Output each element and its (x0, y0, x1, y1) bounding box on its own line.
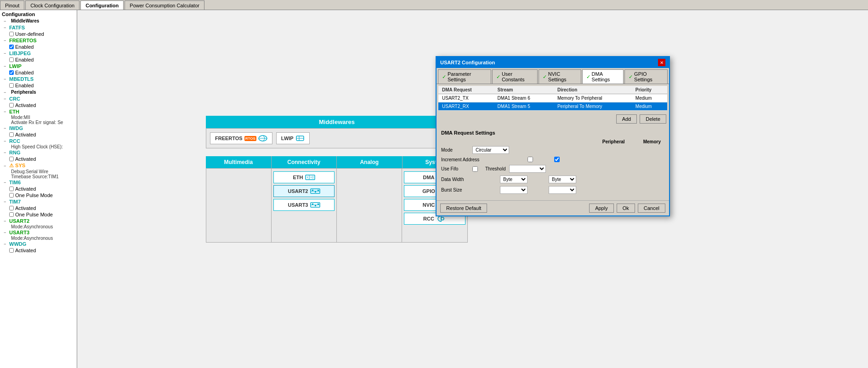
ok-cancel-group: Apply Ok Cancel (589, 204, 665, 213)
dma-table: DMA Request Stream Direction Priority US… (438, 86, 667, 111)
tab-power-calc[interactable]: Power Consumption Calculator (125, 0, 204, 10)
tab-clock-config[interactable]: Clock Configuration (25, 0, 79, 10)
ok-button[interactable]: Ok (617, 204, 635, 213)
tab-gpio-settings[interactable]: ✓ GPIO Settings (624, 69, 668, 84)
sidebar-item-iwdg[interactable]: − IWDG (0, 125, 77, 131)
svg-rect-12 (312, 190, 313, 191)
sidebar-item-rng[interactable]: − RNG (0, 149, 77, 156)
dma-settings-title: DMA Request Settings (441, 130, 664, 136)
threshold-select[interactable] (509, 165, 546, 173)
wwdg-collapse-icon[interactable]: − (4, 242, 8, 246)
mbedtls-enabled-checkbox[interactable] (9, 83, 14, 88)
svg-rect-18 (315, 205, 316, 206)
sidebar-item-lwip[interactable]: − LWIP (0, 63, 77, 69)
eth-collapse-icon[interactable]: − (4, 109, 8, 114)
sidebar-item-rcc[interactable]: − RCC (0, 138, 77, 144)
eth-mode: Mode:MII (0, 115, 77, 120)
mode-select[interactable]: Circular Normal (472, 146, 509, 154)
center-area: Middlewares FREERTOS RTOS LWIP (77, 10, 868, 368)
mbedtls-collapse-icon[interactable]: − (4, 77, 8, 81)
freertos-btn[interactable]: FREERTOS RTOS (210, 132, 272, 144)
tim6-collapse-icon[interactable]: − (4, 180, 8, 185)
sidebar-item-usart2[interactable]: − USART2 (0, 218, 77, 224)
dma-col-priority: Priority (632, 86, 667, 94)
tab-pinout[interactable]: Pinout (0, 0, 24, 10)
use-fifo-row: Use Fifo Threshold (441, 165, 664, 173)
peripherals-collapse-icon[interactable]: − (4, 90, 8, 95)
iwdg-collapse-icon[interactable]: − (4, 126, 8, 130)
freertos-enabled-checkbox[interactable] (9, 45, 14, 49)
eth-rx: Activate Rx Err signal: Se (0, 120, 77, 125)
tim7-activated-checkbox[interactable] (9, 206, 14, 210)
rcc-collapse-icon[interactable]: − (4, 139, 8, 143)
peri-btn-usart2[interactable]: USART2 (273, 185, 335, 197)
tim6-activated-checkbox[interactable] (9, 187, 14, 191)
sidebar-item-fatfs[interactable]: − FATFS (0, 24, 77, 31)
data-width-memory-select[interactable]: Byte Half Word Word (549, 176, 576, 183)
sidebar-item-crc[interactable]: − CRC (0, 96, 77, 102)
peri-btn-eth[interactable]: ETH (273, 171, 335, 183)
lwip-btn[interactable]: LWIP (276, 132, 310, 144)
use-fifo-checkbox[interactable] (472, 166, 478, 172)
add-button[interactable]: Add (616, 114, 637, 124)
iwdg-activated-checkbox[interactable] (9, 132, 14, 137)
main-layout: Configuration − MiddleWares − FATFS User… (0, 10, 868, 368)
freertos-collapse-icon[interactable]: − (4, 38, 8, 43)
middlewares-collapse-icon[interactable]: − (4, 19, 8, 23)
peripheral-header: Peripheral (602, 139, 625, 144)
usart2-icon (310, 187, 320, 195)
crc-activated-checkbox[interactable] (9, 103, 14, 108)
lwip-enabled-checkbox[interactable] (9, 70, 14, 75)
sidebar-item-eth[interactable]: − ETH (0, 108, 77, 115)
sidebar-item-tim7[interactable]: − TIM7 (0, 198, 77, 205)
sidebar-item-freertos[interactable]: − FREERTOS (0, 37, 77, 44)
nvic-settings-check-icon: ✓ (543, 74, 547, 80)
sidebar-item-mbedtls[interactable]: − MBEDTLS (0, 76, 77, 82)
sidebar-item-sys[interactable]: − ⚠ SYS (0, 162, 77, 169)
tab-dma-settings[interactable]: ✓ DMA Settings (582, 69, 624, 84)
gpio-settings-check-icon: ✓ (629, 74, 633, 80)
apply-button[interactable]: Apply (589, 204, 614, 213)
user-constants-check-icon: ✓ (496, 74, 500, 80)
sidebar-item-wwdg[interactable]: − WWDG (0, 241, 77, 247)
dma-request-rx: USART2_RX (438, 102, 494, 111)
usart2-config-dialog: USART2 Configuration ✕ ✓ Parameter Setti… (436, 56, 670, 216)
middlewares-panel: Middlewares FREERTOS RTOS LWIP (206, 116, 468, 148)
sidebar-item-libjpeg[interactable]: − LIBJPEG (0, 50, 77, 57)
sidebar-item-usart3[interactable]: − USART3 (0, 229, 77, 236)
tim6-one-pulse-checkbox[interactable] (9, 193, 14, 198)
sys-collapse-icon[interactable]: − (4, 164, 8, 168)
delete-button[interactable]: Delete (640, 114, 666, 124)
usart3-collapse-icon[interactable]: − (4, 230, 8, 235)
fatfs-user-defined-checkbox[interactable] (9, 32, 14, 36)
tab-parameter-settings[interactable]: ✓ Parameter Settings (438, 69, 491, 84)
libjpeg-enabled-checkbox[interactable] (9, 57, 14, 62)
burst-size-memory-select[interactable] (549, 186, 576, 194)
tab-nvic-settings[interactable]: ✓ NVIC Settings (539, 69, 581, 84)
usart2-collapse-icon[interactable]: − (4, 219, 8, 223)
lwip-collapse-icon[interactable]: − (4, 64, 8, 68)
tim7-one-pulse-checkbox[interactable] (9, 212, 14, 217)
tab-configuration[interactable]: Configuration (80, 0, 124, 10)
burst-size-peripheral-select[interactable] (500, 186, 528, 194)
libjpeg-collapse-icon[interactable]: − (4, 51, 8, 56)
cancel-button[interactable]: Cancel (638, 204, 665, 213)
rng-collapse-icon[interactable]: − (4, 150, 8, 155)
rng-activated-checkbox[interactable] (9, 157, 14, 161)
sidebar-item-tim6[interactable]: − TIM6 (0, 179, 77, 186)
crc-collapse-icon[interactable]: − (4, 96, 8, 101)
increment-peripheral-checkbox[interactable] (528, 157, 533, 162)
tab-user-constants[interactable]: ✓ User Constants (492, 69, 538, 84)
wwdg-activated-checkbox[interactable] (9, 248, 14, 253)
fatfs-collapse-icon[interactable]: − (4, 25, 8, 30)
increment-memory-checkbox[interactable] (554, 157, 560, 162)
iwdg-activated-row: Activated (0, 131, 77, 138)
peri-btn-usart3[interactable]: USART3 (273, 199, 335, 211)
tim7-collapse-icon[interactable]: − (4, 199, 8, 204)
dialog-close-button[interactable]: ✕ (658, 59, 665, 66)
restore-default-button[interactable]: Restore Default (440, 204, 487, 213)
dma-row-usart2-rx[interactable]: USART2_RX DMA1 Stream 5 Peripheral To Me… (438, 102, 667, 111)
dma-col-request: DMA Request (438, 86, 494, 94)
dma-row-usart2-tx[interactable]: USART2_TX DMA1 Stream 6 Memory To Periph… (438, 94, 667, 102)
data-width-peripheral-select[interactable]: Byte Half Word Word (500, 176, 528, 183)
